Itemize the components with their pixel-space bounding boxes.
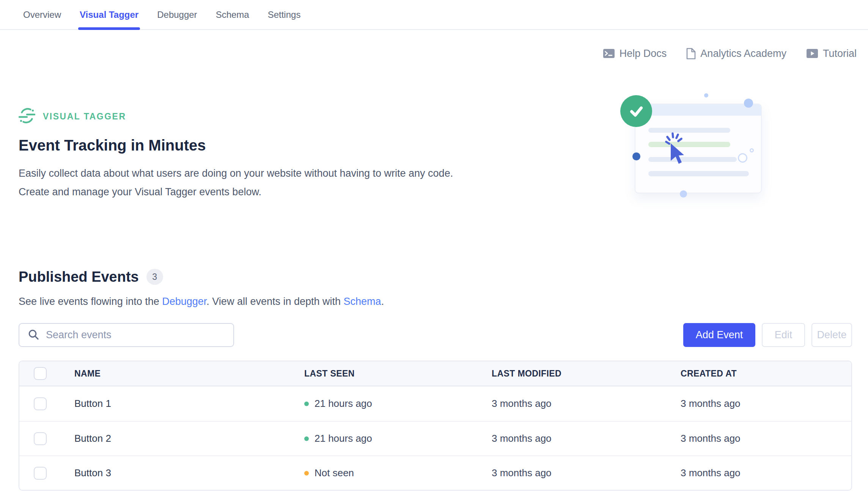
column-header-created-at: CREATED AT	[681, 369, 851, 379]
row-checkbox[interactable]	[34, 432, 47, 445]
decorative-ring	[738, 153, 747, 163]
segment-logo-icon	[19, 107, 35, 126]
schema-link[interactable]: Schema	[344, 296, 381, 307]
add-event-button[interactable]: Add Event	[683, 323, 755, 347]
created-at-value: 3 months ago	[681, 467, 851, 479]
table-row[interactable]: Button 1 21 hours ago 3 months ago 3 mon…	[19, 386, 851, 421]
last-modified-value: 3 months ago	[492, 467, 681, 479]
help-docs-link[interactable]: Help Docs	[603, 48, 667, 60]
search-input[interactable]	[46, 324, 233, 346]
select-all-checkbox[interactable]	[34, 367, 47, 380]
illustration-card-header	[635, 104, 761, 116]
last-seen-value: Not seen	[314, 467, 354, 479]
table-row[interactable]: Button 3 Not seen 3 months ago 3 months …	[19, 455, 851, 490]
intro-text: .	[381, 296, 384, 307]
event-name: Button 2	[74, 433, 304, 444]
top-nav: Overview Visual Tagger Debugger Schema S…	[0, 0, 868, 30]
last-seen-value: 21 hours ago	[314, 433, 372, 444]
illustration-card	[635, 104, 762, 193]
decorative-ring	[750, 148, 754, 152]
decorative-dot	[704, 93, 708, 97]
hero-description-line2: Create and manage your Visual Tagger eve…	[19, 183, 580, 201]
header-checkbox-cell	[19, 367, 74, 380]
last-seen-value: 21 hours ago	[314, 398, 372, 410]
hero-section: VISUAL TAGGER Event Tracking in Minutes …	[19, 107, 580, 201]
search-icon	[28, 329, 39, 342]
event-name: Button 1	[74, 398, 304, 410]
status-dot	[304, 471, 309, 475]
last-modified-value: 3 months ago	[492, 398, 681, 410]
eyebrow: VISUAL TAGGER	[19, 107, 580, 126]
created-at-value: 3 months ago	[681, 398, 851, 410]
play-icon	[806, 48, 818, 59]
row-checkbox-cell	[19, 397, 74, 410]
table-header-row: NAME LAST SEEN LAST MODIFIED CREATED AT	[19, 361, 851, 386]
decorative-dot	[632, 152, 640, 160]
delete-button[interactable]: Delete	[811, 323, 852, 347]
row-checkbox[interactable]	[34, 397, 47, 410]
action-buttons: Add Event Edit Delete	[683, 323, 852, 347]
document-icon	[686, 48, 696, 60]
last-modified-value: 3 months ago	[492, 433, 681, 444]
tab-settings[interactable]: Settings	[268, 0, 301, 29]
column-header-name: NAME	[74, 369, 304, 379]
status-dot	[304, 436, 309, 441]
event-name: Button 3	[74, 467, 304, 479]
last-seen-cell: Not seen	[304, 467, 492, 479]
illustration-line-placeholder	[648, 171, 749, 176]
column-header-last-modified: LAST MODIFIED	[492, 369, 681, 379]
cursor-click-icon	[661, 132, 697, 170]
published-events-section: Published Events 3 See live events flowi…	[19, 268, 852, 491]
tab-visual-tagger[interactable]: Visual Tagger	[80, 0, 138, 29]
tab-overview[interactable]: Overview	[23, 0, 61, 29]
decorative-dot	[744, 99, 753, 108]
events-toolbar: Add Event Edit Delete	[19, 323, 852, 347]
published-events-title: Published Events	[19, 268, 139, 285]
tab-schema[interactable]: Schema	[216, 0, 249, 29]
row-checkbox[interactable]	[34, 467, 47, 480]
section-title: Published Events 3	[19, 268, 852, 285]
terminal-icon	[603, 48, 615, 59]
edit-button[interactable]: Edit	[762, 323, 805, 347]
analytics-academy-label: Analytics Academy	[700, 48, 786, 60]
help-links-row: Help Docs Analytics Academy Tutorial	[0, 30, 868, 60]
column-header-last-seen: LAST SEEN	[304, 369, 492, 379]
created-at-value: 3 months ago	[681, 433, 851, 444]
table-row[interactable]: Button 2 21 hours ago 3 months ago 3 mon…	[19, 421, 851, 455]
intro-text: See live events flowing into the	[19, 296, 162, 307]
page-title: Event Tracking in Minutes	[19, 137, 580, 154]
intro-text: . View all events in depth with	[206, 296, 343, 307]
tutorial-label: Tutorial	[823, 48, 857, 60]
status-dot	[304, 402, 309, 406]
search-box	[19, 323, 234, 347]
last-seen-cell: 21 hours ago	[304, 398, 492, 410]
hero-description: Easily collect data about what users are…	[19, 164, 580, 201]
help-docs-label: Help Docs	[620, 48, 667, 60]
event-count-badge: 3	[146, 269, 163, 285]
check-circle-icon	[620, 95, 652, 127]
debugger-link[interactable]: Debugger	[162, 296, 206, 307]
hero-description-line1: Easily collect data about what users are…	[19, 164, 580, 183]
eyebrow-label: VISUAL TAGGER	[43, 111, 126, 122]
hero-illustration	[618, 91, 785, 205]
visual-tagger-page: Overview Visual Tagger Debugger Schema S…	[0, 0, 868, 499]
tab-debugger[interactable]: Debugger	[157, 0, 197, 29]
last-seen-cell: 21 hours ago	[304, 433, 492, 444]
tutorial-link[interactable]: Tutorial	[806, 48, 857, 60]
decorative-dot	[680, 190, 687, 198]
events-table: NAME LAST SEEN LAST MODIFIED CREATED AT …	[19, 361, 852, 491]
analytics-academy-link[interactable]: Analytics Academy	[686, 48, 786, 60]
section-intro: See live events flowing into the Debugge…	[19, 296, 852, 307]
row-checkbox-cell	[19, 432, 74, 445]
row-checkbox-cell	[19, 467, 74, 480]
